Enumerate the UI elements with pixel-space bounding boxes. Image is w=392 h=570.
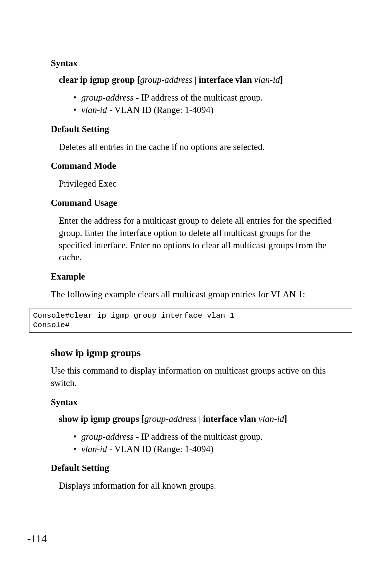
default-setting-text-1: Deletes all entries in the cache if no o…: [59, 141, 341, 153]
syntax-line-2: show ip igmp groups [group-address | int…: [59, 414, 341, 424]
param-desc: - VLAN ID (Range: 1-4094): [107, 444, 213, 454]
command-usage-text: Enter the address for a multicast group …: [59, 215, 341, 264]
bracket-open-2: [: [139, 414, 144, 424]
param-group-address-1: group-address: [140, 75, 192, 85]
command-mode-heading: Command Mode: [51, 161, 341, 171]
default-setting-heading-1: Default Setting: [51, 124, 341, 134]
bracket-close-1: ]: [280, 75, 283, 85]
command-mode-text: Privileged Exec: [59, 178, 341, 190]
param-name: group-address: [81, 432, 134, 441]
bracket-open-1: [: [135, 75, 140, 85]
param-desc: - VLAN ID (Range: 1-4094): [107, 105, 213, 115]
default-setting-heading-2: Default Setting: [51, 463, 341, 473]
param-group-address-2: group-address: [144, 414, 197, 424]
param-name: vlan-id: [81, 444, 107, 454]
list-item: vlan-id - VLAN ID (Range: 1-4094): [73, 104, 341, 116]
pipe-1: |: [192, 75, 199, 85]
param-name: group-address: [81, 93, 134, 102]
syntax-heading-1: Syntax: [51, 58, 341, 68]
command-title-show-ip-igmp-groups: show ip igmp groups: [51, 347, 341, 359]
param-name: vlan-id: [81, 105, 107, 115]
param-list-1: group-address - IP address of the multic…: [73, 91, 341, 116]
bracket-close-2: ]: [284, 414, 287, 424]
syntax-line-1: clear ip igmp group [group-address | int…: [59, 75, 341, 85]
list-item: vlan-id - VLAN ID (Range: 1-4094): [73, 443, 341, 455]
pipe-2: |: [197, 414, 203, 424]
list-item: group-address - IP address of the multic…: [73, 431, 341, 443]
command-usage-heading: Command Usage: [51, 198, 341, 208]
param-vlan-id-2: vlan-id: [256, 414, 284, 424]
syntax-heading-2: Syntax: [51, 397, 341, 407]
example-heading: Example: [51, 272, 341, 282]
list-item: group-address - IP address of the multic…: [73, 91, 341, 104]
code-block: Console#clear ip igmp group interface vl…: [29, 309, 352, 333]
param-vlan-id-1: vlan-id: [252, 75, 280, 85]
param-desc: - IP address of the multicast group.: [134, 432, 263, 441]
page-number: -114: [27, 532, 47, 545]
cmd-name-1: clear ip igmp group: [59, 75, 135, 85]
command-intro-text: Use this command to display information …: [51, 365, 341, 389]
cmd-interface-vlan-2: interface vlan: [203, 414, 256, 424]
cmd-name-2: show ip igmp groups: [59, 414, 139, 424]
param-list-2: group-address - IP address of the multic…: [73, 431, 341, 455]
param-desc: - IP address of the multicast group.: [134, 93, 263, 102]
cmd-interface-vlan-1: interface vlan: [199, 75, 252, 85]
default-setting-text-2: Displays information for all known group…: [59, 480, 341, 492]
page-content: Syntax clear ip igmp group [group-addres…: [51, 58, 341, 492]
example-intro-text: The following example clears all multica…: [51, 288, 341, 301]
